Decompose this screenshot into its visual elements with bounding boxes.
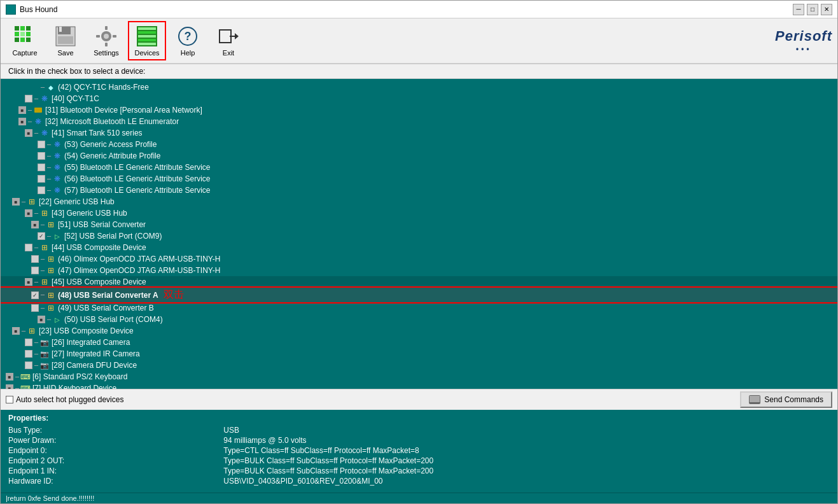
- tree-connector: ─: [34, 95, 38, 102]
- property-row: Bus Type:USB: [8, 425, 830, 435]
- device-icon: ⊞: [27, 326, 37, 336]
- tree-item[interactable]: ─❋(56) Bluetooth LE Generic Attribute Se…: [1, 173, 837, 185]
- device-tree[interactable]: ─◆(42) QCY-T1C Hands-Free─❋[40] QCY-T1C■…: [1, 79, 837, 389]
- tree-item[interactable]: ─⊞(46) Olimex OpenOCD JTAG ARM-USB-TINY-…: [1, 253, 837, 265]
- device-checkbox[interactable]: [25, 350, 32, 358]
- device-checkbox[interactable]: ■: [38, 316, 45, 323]
- device-checkbox[interactable]: [31, 304, 39, 312]
- tree-connector: ─: [28, 107, 32, 114]
- tree-item[interactable]: ─❋(53) Generic Access Profile: [1, 139, 837, 150]
- tree-item[interactable]: ■─❋[41] Smart Tank 510 series: [1, 127, 837, 139]
- tree-item[interactable]: ■─⊞[23] USB Composite Device: [1, 325, 837, 337]
- tree-item[interactable]: ─📷[26] Integrated Camera: [1, 337, 837, 348]
- tree-item[interactable]: ─❋(54) Generic Attribute Profile: [1, 150, 837, 162]
- device-checkbox[interactable]: ■: [18, 106, 26, 114]
- device-icon: ⌨: [20, 372, 31, 382]
- device-icon: ❋: [39, 94, 50, 104]
- tree-item[interactable]: ─⊞(49) USB Serial Converter B: [1, 302, 837, 314]
- save-button[interactable]: Save: [46, 22, 85, 60]
- device-checkbox[interactable]: [38, 175, 45, 183]
- tree-connector: ─: [34, 351, 38, 358]
- tree-item[interactable]: ─❋(55) Bluetooth LE Generic Attribute Se…: [1, 162, 837, 173]
- device-checkbox[interactable]: ■: [25, 278, 32, 286]
- svg-rect-33: [753, 403, 755, 404]
- capture-icon: [13, 25, 36, 48]
- device-checkbox[interactable]: [25, 339, 32, 346]
- property-key: Power Drawn:: [8, 435, 223, 445]
- tree-item[interactable]: ■─⊞[45] USB Composite Device: [1, 276, 837, 288]
- tree-item[interactable]: ─❋(57) Bluetooth LE Generic Attribute Se…: [1, 185, 837, 196]
- tree-item[interactable]: ■─⊞[43] Generic USB Hub: [1, 207, 837, 219]
- tree-item[interactable]: ■─▷(50) USB Serial Port (COM4): [1, 314, 837, 325]
- device-checkbox[interactable]: ■: [12, 198, 20, 206]
- devices-button[interactable]: Devices: [128, 21, 166, 60]
- exit-button[interactable]: Exit: [209, 22, 248, 60]
- device-icon: 📷: [39, 349, 50, 359]
- device-icon: ❋: [52, 185, 62, 195]
- tree-item[interactable]: ■─⌨[6] Standard PS/2 Keyboard: [1, 371, 837, 382]
- tree-item[interactable]: ─📷[28] Camera DFU Device: [1, 360, 837, 371]
- device-checkbox[interactable]: ✓: [31, 291, 39, 299]
- device-checkbox[interactable]: [38, 141, 45, 148]
- svg-marker-29: [235, 33, 239, 39]
- tree-item[interactable]: ─◆(42) QCY-T1C Hands-Free: [1, 81, 837, 93]
- device-checkbox[interactable]: ■: [25, 129, 32, 137]
- svg-rect-11: [59, 27, 62, 32]
- device-checkbox[interactable]: ■: [6, 384, 13, 389]
- device-checkbox[interactable]: [38, 164, 45, 171]
- device-checkbox[interactable]: [38, 152, 45, 160]
- device-name: [41] Smart Tank 510 series: [52, 129, 143, 137]
- auto-select-container: Auto select hot plugged devices: [6, 395, 123, 404]
- device-checkbox[interactable]: [25, 361, 32, 369]
- tree-connector: ─: [34, 362, 38, 369]
- tree-item[interactable]: ─❋[40] QCY-T1C: [1, 93, 837, 104]
- device-checkbox[interactable]: ✓: [38, 232, 45, 240]
- tree-item[interactable]: ✓─▷[52] USB Serial Port (COM9): [1, 230, 837, 242]
- device-name: (50) USB Serial Port (COM4): [64, 315, 163, 324]
- svg-rect-32: [750, 403, 752, 404]
- device-checkbox[interactable]: ■: [18, 118, 26, 125]
- tree-item[interactable]: ■─[31] Bluetooth Device [Personal Area N…: [1, 104, 837, 116]
- device-checkbox[interactable]: [38, 186, 45, 194]
- device-name: [43] Generic USB Hub: [52, 209, 127, 218]
- capture-button[interactable]: Capture: [6, 22, 44, 60]
- minimize-button[interactable]: ─: [793, 4, 804, 15]
- tree-item[interactable]: ■─⊞[51] USB Serial Converter: [1, 219, 837, 230]
- device-checkbox[interactable]: ■: [31, 221, 39, 228]
- log-text: |return 0xfe Send done.!!!!!!!!: [6, 494, 94, 502]
- svg-rect-34: [757, 403, 758, 404]
- device-name: [32] Microsoft Bluetooth LE Enumerator: [45, 117, 179, 126]
- close-button[interactable]: ✕: [821, 4, 832, 15]
- tree-item[interactable]: ─⊞(47) Olimex OpenOCD JTAG ARM-USB-TINY-…: [1, 265, 837, 276]
- device-name: (56) Bluetooth LE Generic Attribute Serv…: [64, 174, 210, 183]
- devices-icon: [136, 25, 158, 48]
- device-checkbox[interactable]: ■: [12, 327, 20, 335]
- device-checkbox[interactable]: [31, 255, 39, 263]
- auto-select-checkbox[interactable]: [6, 396, 13, 403]
- tree-item[interactable]: ■─⊞[22] Generic USB Hub: [1, 196, 837, 207]
- device-icon: ❋: [52, 162, 62, 172]
- tree-item[interactable]: ■─⌨[7] HID Keyboard Device: [1, 382, 837, 389]
- tree-item[interactable]: ✓─⊞(48) USB Serial Converter A双击: [1, 288, 837, 302]
- tree-item[interactable]: ■─❋[32] Microsoft Bluetooth LE Enumerato…: [1, 116, 837, 127]
- maximize-button[interactable]: □: [807, 4, 818, 15]
- device-checkbox[interactable]: ■: [25, 209, 32, 217]
- device-checkbox[interactable]: [25, 95, 32, 102]
- tree-item[interactable]: ─📷[27] Integrated IR Camera: [1, 348, 837, 360]
- send-commands-button[interactable]: Send Commands: [740, 391, 832, 408]
- tree-connector: ─: [41, 291, 45, 298]
- device-name: [27] Integrated IR Camera: [52, 349, 140, 358]
- device-checkbox[interactable]: [25, 244, 32, 251]
- svg-text:?: ?: [185, 30, 192, 43]
- device-checkbox[interactable]: [31, 267, 39, 274]
- settings-button[interactable]: Settings: [87, 22, 125, 60]
- device-icon: ⌨: [20, 383, 31, 389]
- tree-item[interactable]: ─⊞[44] USB Composite Device: [1, 242, 837, 253]
- device-checkbox[interactable]: ■: [6, 373, 13, 381]
- device-name: [6] Standard PS/2 Keyboard: [32, 372, 127, 381]
- device-name: [31] Bluetooth Device [Personal Area Net…: [45, 106, 202, 115]
- help-button[interactable]: ? Help: [169, 22, 207, 60]
- device-icon: ⊞: [27, 197, 37, 207]
- log-bar: |return 0xfe Send done.!!!!!!!!: [1, 493, 837, 503]
- device-name: (48) USB Serial Converter A: [58, 291, 158, 300]
